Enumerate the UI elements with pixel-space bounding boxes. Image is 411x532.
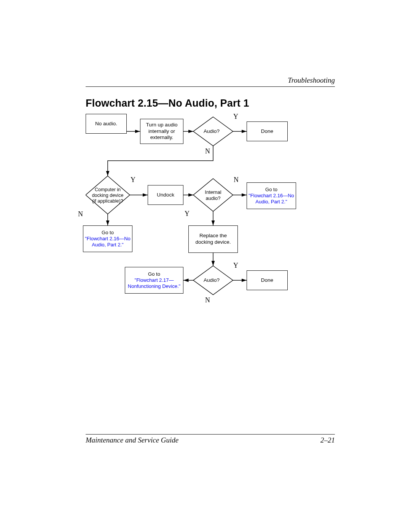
node-internal-audio-text: Internal audio? [205, 189, 221, 201]
node-done1: Done [247, 121, 288, 141]
node-goto-216-left: Go to "Flowchart 2.16—No Audio, Part 2." [83, 225, 132, 252]
goto-216-left-pre: Go to [102, 230, 114, 235]
page-footer: Maintenance and Service Guide 2–21 [86, 432, 335, 444]
node-goto-217: Go to "Flowchart 2.17—Nonfunctioning Dev… [125, 267, 183, 294]
goto-217-link[interactable]: "Flowchart 2.17—Nonfunctioning Device." [128, 277, 180, 289]
label-audio1-y: Y [233, 113, 238, 121]
node-turn-up-audio: Turn up audio internally or externally. [140, 119, 183, 144]
label-docking-n: N [78, 210, 83, 218]
goto-216-left-link[interactable]: "Flowchart 2.16—No Audio, Part 2." [85, 236, 131, 248]
goto-216-right-link[interactable]: "Flowchart 2.16—No Audio, Part 2." [249, 193, 294, 204]
node-audio2-text: Audio? [204, 277, 220, 283]
label-audio2-n: N [205, 296, 210, 304]
label-audio2-y: Y [233, 262, 238, 270]
node-replace-docking: Replace the docking device. [188, 225, 238, 253]
footer-right: 2–21 [320, 436, 335, 444]
page-header-section: Troubleshooting [86, 76, 335, 85]
footer-rule [86, 434, 335, 435]
label-internal-n: N [234, 176, 239, 184]
header-rule [86, 86, 335, 87]
node-turn-up-text: Turn up audio internally or externally. [142, 122, 182, 141]
flowchart-diagram: No audio. Turn up audio internally or ex… [86, 114, 335, 339]
label-internal-y: Y [185, 210, 190, 218]
label-audio1-n: N [205, 147, 210, 155]
node-done1-text: Done [261, 128, 273, 135]
node-done2-text: Done [261, 277, 273, 284]
node-no-audio-text: No audio. [95, 121, 117, 127]
node-goto-216-right: Go to "Flowchart 2.16—No Audio, Part 2." [247, 182, 296, 209]
node-undock-text: Undock [157, 192, 174, 198]
label-docking-y: Y [131, 176, 135, 184]
node-docking-text: Computer in docking device (if applicabl… [90, 187, 125, 204]
node-undock: Undock [148, 185, 183, 205]
goto-217-pre: Go to [148, 271, 160, 277]
node-replace-docking-text: Replace the docking device. [190, 233, 236, 246]
node-no-audio: No audio. [86, 114, 127, 134]
goto-216-right-pre: Go to [265, 187, 277, 192]
node-audio1-text: Audio? [204, 128, 220, 134]
node-done2: Done [247, 270, 288, 290]
page-title: Flowchart 2.15—No Audio, Part 1 [86, 97, 335, 109]
footer-left: Maintenance and Service Guide [86, 436, 178, 444]
